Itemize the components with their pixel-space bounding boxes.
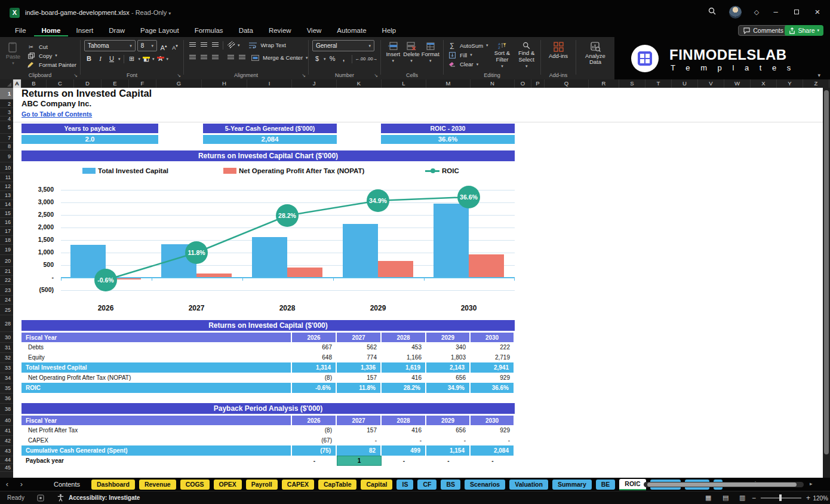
normal-view-icon[interactable]: ▦ bbox=[705, 494, 711, 502]
sheet-tab-capex[interactable]: CAPEX bbox=[282, 480, 314, 490]
row-header-13[interactable]: 13 bbox=[0, 191, 13, 200]
row-header-40[interactable]: 40 bbox=[0, 415, 13, 426]
accessibility-status[interactable]: Accessibility: Investigate bbox=[69, 494, 140, 501]
table-header-cell[interactable]: 2029 bbox=[426, 416, 471, 425]
column-header-W[interactable]: W bbox=[724, 79, 751, 88]
decrease-decimal-button[interactable]: .00→ bbox=[367, 54, 377, 64]
column-header-Z[interactable]: Z bbox=[803, 79, 829, 88]
sheet-tab-dashboard[interactable]: Dashboard bbox=[91, 480, 135, 490]
column-header-V[interactable]: V bbox=[698, 79, 724, 88]
align-top-button[interactable] bbox=[187, 40, 197, 50]
table-cell[interactable]: (8) bbox=[292, 373, 337, 383]
increase-decimal-button[interactable]: ←.00 bbox=[355, 54, 365, 64]
table-cell[interactable]: 1,336 bbox=[337, 362, 382, 373]
row-header-25[interactable]: 25 bbox=[0, 305, 13, 315]
table-cell[interactable]: 1,803 bbox=[426, 352, 471, 362]
table-row-label[interactable]: Net Operating Profit After Tax (NOPAT) bbox=[21, 373, 292, 383]
table-header-cell[interactable]: 2027 bbox=[337, 416, 382, 425]
row-header-15[interactable]: 15 bbox=[0, 209, 13, 218]
column-header-A[interactable]: A bbox=[13, 79, 21, 88]
table-row-label[interactable]: Debts bbox=[21, 342, 292, 352]
table-row-label[interactable]: Net Profit After Tax bbox=[21, 425, 292, 435]
column-header-X[interactable]: X bbox=[751, 79, 777, 88]
align-bottom-button[interactable] bbox=[210, 40, 220, 50]
format-painter-button[interactable]: Format Painter bbox=[26, 60, 76, 69]
table-row-label[interactable]: Total Invested Capital bbox=[21, 362, 292, 373]
table-header-cell[interactable]: 2028 bbox=[382, 416, 426, 425]
number-format-select[interactable]: General▾ bbox=[312, 40, 374, 51]
table-cell[interactable]: 667 bbox=[292, 342, 337, 352]
row-header-38[interactable]: 38 bbox=[0, 404, 13, 415]
column-header-Q[interactable]: Q bbox=[545, 79, 589, 88]
table-cell[interactable]: 222 bbox=[471, 342, 515, 352]
table-cell[interactable]: (67) bbox=[292, 435, 337, 445]
roic-data-point[interactable]: 34.9% bbox=[367, 189, 389, 212]
row-header-9[interactable]: 9 bbox=[0, 150, 13, 162]
table-header-cell[interactable]: 2028 bbox=[382, 333, 426, 342]
tabs-scroll-left-chevron[interactable]: ‹ bbox=[0, 478, 14, 490]
column-header-S[interactable]: S bbox=[619, 79, 645, 88]
table-cell[interactable]: 499 bbox=[382, 445, 426, 456]
table-cell[interactable]: 656 bbox=[426, 373, 471, 383]
format-cells-button[interactable]: Format▾ bbox=[421, 40, 439, 69]
bold-button[interactable]: B bbox=[84, 54, 94, 64]
row-header-32[interactable]: 32 bbox=[0, 353, 13, 363]
increase-indent-button[interactable] bbox=[237, 53, 247, 63]
table-header-cell[interactable]: 2029 bbox=[426, 333, 471, 342]
table-cell[interactable]: 1 bbox=[337, 456, 382, 466]
row-header-41[interactable]: 41 bbox=[0, 426, 13, 436]
table-header-cell[interactable]: Fiscal Year bbox=[21, 416, 292, 425]
row-header-11[interactable]: 11 bbox=[0, 173, 13, 182]
insert-cells-button[interactable]: Insert▾ bbox=[385, 40, 402, 69]
column-header-P[interactable]: P bbox=[531, 79, 545, 88]
row-header-21[interactable]: 21 bbox=[0, 267, 13, 276]
menu-draw[interactable]: Draw bbox=[101, 25, 133, 36]
horizontal-scrollbar-thumb[interactable] bbox=[647, 483, 797, 487]
align-right-button[interactable] bbox=[210, 53, 220, 63]
table-header-cell[interactable]: 2026 bbox=[292, 416, 337, 425]
table-cell[interactable]: 1,314 bbox=[292, 362, 337, 373]
column-header-B[interactable]: B bbox=[21, 79, 47, 88]
row-header-1[interactable]: 1 bbox=[0, 88, 13, 100]
comma-style-button[interactable]: , bbox=[339, 54, 349, 64]
font-dialog-launcher[interactable]: ↘ bbox=[177, 73, 181, 78]
row-header-12[interactable]: 12 bbox=[0, 182, 13, 191]
column-header-O[interactable]: O bbox=[515, 79, 531, 88]
page-break-view-icon[interactable]: ▥ bbox=[739, 494, 745, 502]
sheet-tab-cogs[interactable]: COGS bbox=[180, 480, 210, 490]
sheet-tab-contents[interactable]: Contents bbox=[47, 480, 87, 490]
roic-data-point[interactable]: 11.8% bbox=[185, 241, 208, 264]
font-size-select[interactable]: 8▾ bbox=[137, 40, 157, 51]
row-header-10[interactable]: 10 bbox=[0, 162, 13, 173]
column-header-T[interactable]: T bbox=[645, 79, 672, 88]
row-header-43[interactable]: 43 bbox=[0, 446, 13, 456]
sheet-tab-summary[interactable]: Summary bbox=[552, 480, 592, 490]
table-cell[interactable]: -0.6% bbox=[292, 383, 337, 393]
menu-formulas[interactable]: Formulas bbox=[187, 25, 231, 36]
row-header-7[interactable]: 7 bbox=[0, 134, 13, 143]
sheet-tab-cf[interactable]: CF bbox=[417, 480, 436, 490]
roic-data-point[interactable]: -0.6% bbox=[94, 269, 117, 291]
sheet-tab-roic[interactable]: ROIC bbox=[619, 479, 645, 490]
column-header-L[interactable]: L bbox=[382, 79, 426, 88]
row-header-2[interactable]: 2 bbox=[0, 100, 13, 108]
diamond-feature-icon[interactable]: ◇ bbox=[751, 7, 762, 18]
row-header-18[interactable]: 18 bbox=[0, 236, 13, 245]
table-row-label[interactable]: Equity bbox=[21, 352, 292, 362]
row-header-35[interactable]: 35 bbox=[0, 383, 13, 394]
collapse-ribbon-chevron-icon[interactable]: ▾ bbox=[817, 72, 820, 78]
table-header-cell[interactable]: 2027 bbox=[337, 333, 382, 342]
horizontal-scrollbar[interactable] bbox=[644, 482, 804, 487]
sheet-tab-bs[interactable]: BS bbox=[441, 480, 460, 490]
roic-data-point[interactable]: 28.2% bbox=[276, 204, 299, 227]
column-header-H[interactable]: H bbox=[202, 79, 247, 88]
row-header-45[interactable]: 45 bbox=[0, 464, 13, 472]
user-avatar[interactable] bbox=[729, 6, 742, 19]
roic-data-point[interactable]: 36.6% bbox=[457, 186, 480, 208]
table-cell[interactable]: 340 bbox=[426, 342, 471, 352]
align-middle-button[interactable] bbox=[199, 40, 208, 50]
table-cell[interactable]: 157 bbox=[337, 373, 382, 383]
table-cell[interactable]: - bbox=[337, 435, 382, 445]
menu-help[interactable]: Help bbox=[374, 25, 404, 36]
fill-color-button[interactable]: ◧ bbox=[142, 56, 150, 62]
